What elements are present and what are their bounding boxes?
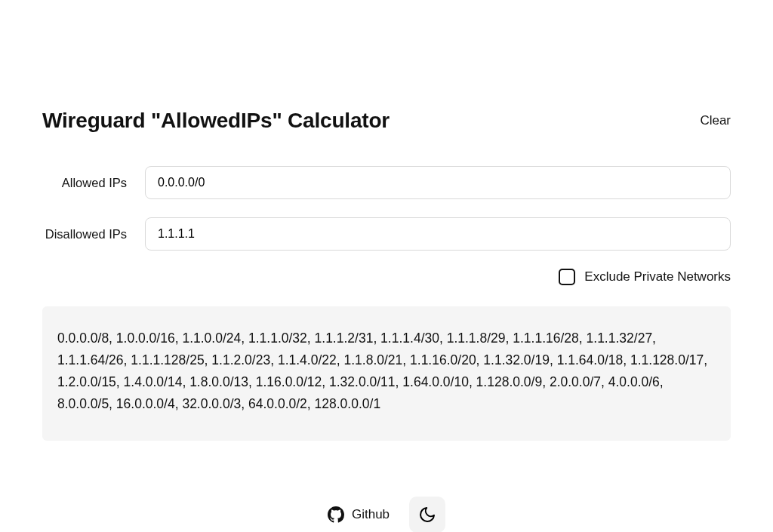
github-icon	[328, 506, 344, 523]
allowed-ips-label: Allowed IPs	[42, 176, 145, 190]
github-link[interactable]: Github	[328, 506, 390, 523]
clear-button[interactable]: Clear	[700, 113, 731, 128]
header: Wireguard "AllowedIPs" Calculator Clear	[42, 0, 731, 166]
moon-icon	[418, 506, 436, 524]
page-title: Wireguard "AllowedIPs" Calculator	[42, 109, 390, 133]
exclude-private-label[interactable]: Exclude Private Networks	[584, 269, 731, 284]
allowed-ips-row: Allowed IPs	[42, 166, 731, 199]
github-label: Github	[352, 507, 390, 522]
theme-toggle-button[interactable]	[409, 497, 445, 533]
result-output: 0.0.0.0/8, 1.0.0.0/16, 1.1.0.0/24, 1.1.1…	[42, 306, 731, 441]
exclude-private-checkbox[interactable]	[559, 269, 575, 285]
disallowed-ips-label: Disallowed IPs	[42, 227, 145, 241]
allowed-ips-input[interactable]	[145, 166, 731, 199]
exclude-private-row: Exclude Private Networks	[42, 269, 731, 285]
footer: Github	[42, 497, 731, 533]
disallowed-ips-row: Disallowed IPs	[42, 217, 731, 251]
disallowed-ips-input[interactable]	[145, 217, 731, 251]
